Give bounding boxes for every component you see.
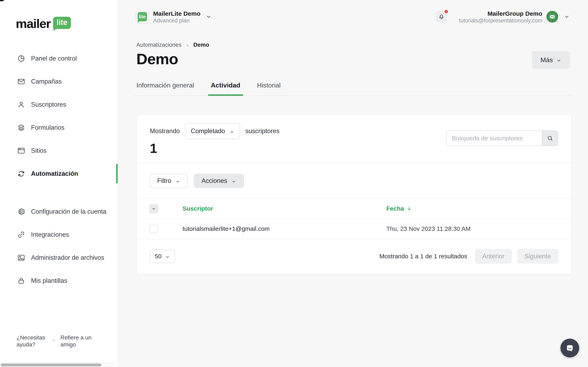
mailerlite-logo[interactable]: mailer lite [16,17,71,31]
search-icon [547,135,553,142]
horizontal-scrollbar-thumb[interactable] [1,364,102,366]
sidebar-item-automatizacion[interactable]: Automatización [0,162,118,185]
next-page-button[interactable]: Siguiente [517,249,558,264]
dashboard-icon [17,54,25,63]
more-button[interactable]: Más [532,51,570,69]
sidebar-item-label: Administrador de archivos [31,254,104,261]
filter-button-label: Filtro [157,177,171,184]
chevron-down-icon [556,57,562,63]
column-header-fecha[interactable]: Fecha [386,205,412,212]
breadcrumb-automatizaciones[interactable]: Automatizaciones [136,42,182,48]
sidebar-item-label: Automatización [31,170,78,177]
sidebar-nav-primary: Panel de control Campañas Suscriptores F… [0,47,118,185]
gear-icon [17,208,25,216]
sidebar-item-label: Configuración de la cuenta [31,208,106,215]
more-button-label: Más [540,56,553,64]
actions-button[interactable]: Acciones [194,174,244,188]
help-link[interactable]: ¿Necesitas ayuda? [17,334,46,348]
search-group [446,131,558,146]
footer-separator-dot [52,340,54,341]
chevron-down-icon [165,254,170,259]
sidebar-item-label: Suscriptores [31,101,66,108]
sidebar-item-label: Formularios [31,124,65,131]
row-checkbox[interactable] [149,225,158,233]
sidebar-item-label: Integraciones [31,231,69,238]
subscriber-date-cell: Thu, 23 Nov 2023 11:28:30 AM [386,225,471,232]
breadcrumb: Automatizaciones Demo [136,42,209,48]
chevron-down-icon [151,207,156,211]
sidebar-nav-secondary: Configuración de la cuenta Integraciones… [0,200,118,292]
tab-actividad[interactable]: Actividad [208,81,243,95]
forms-icon [17,124,25,132]
tab-historial[interactable]: Historial [254,81,284,95]
sidebar-item-formularios[interactable]: Formularios [0,116,118,139]
chevron-down-icon [175,178,180,183]
screen-corner-artifact [0,0,4,1]
status-filter-select[interactable]: Completado [185,123,240,139]
workspace-lite-badge: lite [138,12,147,21]
status-filter-value: Completado [191,127,225,135]
filter-toolbar: Filtro Acciones [137,163,571,199]
sidebar-footer: ¿Necesitas ayuda? Refiere a un amigo [17,334,94,348]
tab-informacion-general[interactable]: Información general [134,81,197,95]
account-text: MailerGroup Demo tutorials@forpresentati… [459,10,542,24]
subscribers-icon [17,100,25,109]
sidebar-item-configuracion[interactable]: Configuración de la cuenta [0,200,118,223]
sidebar-item-mis-plantillas[interactable]: Mis plantillas [0,269,118,292]
bell-icon [438,13,445,20]
breadcrumb-current: Demo [193,42,209,48]
workspace-text: MailerLite Demo Advanced plan [153,10,200,24]
column-header-suscriptor[interactable]: Suscriptor [182,205,213,212]
lock-icon [17,277,25,285]
sidebar-item-sitios[interactable]: Sitios [0,139,118,162]
sidebar-item-label: Campañas [31,78,62,85]
sidebar-item-administrador-archivos[interactable]: Administrador de archivos [0,246,118,269]
sidebar-item-integraciones[interactable]: Integraciones [0,223,118,246]
campaigns-icon [17,77,25,86]
search-button[interactable] [542,131,558,146]
notifications-button[interactable] [436,11,447,23]
search-input[interactable] [447,131,542,146]
sites-icon [17,147,25,155]
link-icon [17,231,25,239]
mailerlite-app: mailer lite Panel de control Campañas [0,0,588,367]
envelope-icon [549,13,556,20]
sidebar-item-suscriptores[interactable]: Suscriptores [0,93,118,116]
sidebar-item-campanas[interactable]: Campañas [0,70,118,93]
workspace-switcher[interactable]: lite MailerLite Demo Advanced plan [136,10,212,24]
subscriber-email-cell[interactable]: tutorialsmailerlite+1@gmail.com [182,225,269,232]
chat-widget-button[interactable] [561,339,579,358]
showing-label: Mostrando [150,127,180,135]
notification-dot [444,10,448,13]
workspace-badge: lite [136,11,148,23]
previous-page-button[interactable]: Anterior [475,249,512,264]
sidebar-item-label: Sitios [31,147,47,154]
chevron-down-icon [229,129,234,133]
pagination-summary: Mostrando 1 a 1 de 1 resultados [379,253,467,260]
avatar[interactable] [546,11,558,23]
select-all-dropdown[interactable] [149,204,158,213]
pagination-bar: 50 Mostrando 1 a 1 de 1 resultados Anter… [137,239,571,273]
horizontal-scrollbar-track [0,363,118,367]
tab-label: Actividad [211,82,240,89]
chat-bubble-icon [565,343,575,353]
subscribers-label: suscriptores [245,127,279,135]
activity-card: Mostrando Completado suscriptores 1 [136,114,572,274]
table-row[interactable]: tutorialsmailerlite+1@gmail.com Thu, 23 … [137,218,571,239]
sidebar-item-label: Mis plantillas [31,277,67,284]
account-email: tutorials@forpresentationonly.com [459,17,542,24]
top-bar: lite MailerLite Demo Advanced plan Maile… [136,8,570,25]
account-chevron-down-icon[interactable] [564,14,570,20]
image-icon [17,254,25,262]
column-header-fecha-label: Fecha [386,205,404,212]
sidebar-item-panel-de-control[interactable]: Panel de control [0,47,118,70]
workspace-name: MailerLite Demo [153,10,200,17]
page-size-value: 50 [155,253,162,260]
refer-friend-link[interactable]: Refiere a un amigo [61,334,94,348]
tab-bar: Información general Actividad Historial [134,81,572,96]
sidebar-item-label: Panel de control [31,55,77,62]
sort-descending-icon [406,206,412,211]
filter-button[interactable]: Filtro [150,174,188,188]
account-area: MailerGroup Demo tutorials@forpresentati… [436,10,570,24]
page-size-select[interactable]: 50 [150,250,175,263]
